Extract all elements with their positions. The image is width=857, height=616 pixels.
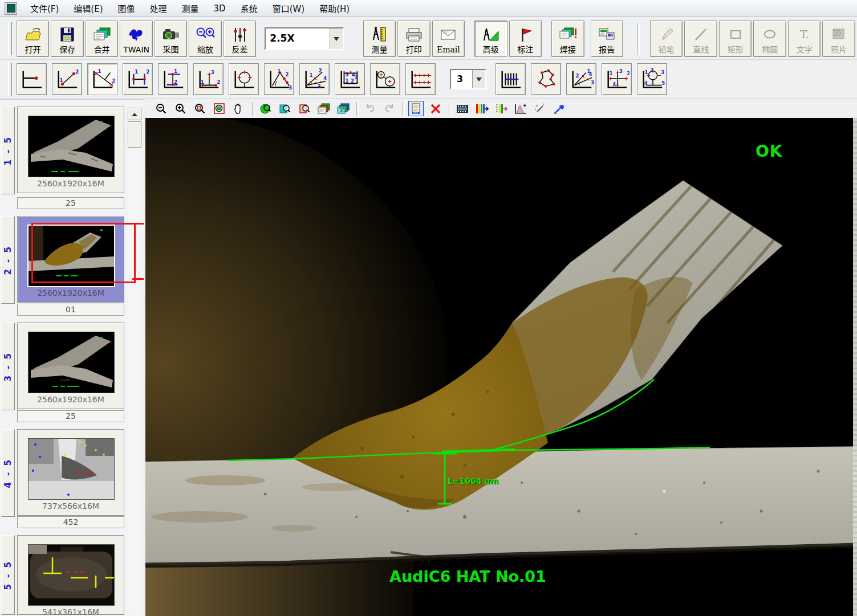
viewer-scrollbar[interactable] <box>853 118 857 616</box>
merge-button[interactable]: 合并 <box>86 21 118 57</box>
comb-lines-tool[interactable] <box>495 63 526 95</box>
angle-lines-tool[interactable]: 2143 <box>566 63 596 95</box>
svg-text:4: 4 <box>612 81 616 87</box>
pan-hand-icon[interactable] <box>231 101 246 116</box>
chevron-down-icon[interactable] <box>472 70 485 88</box>
color-channel-icon[interactable] <box>474 101 489 116</box>
menu-help[interactable]: 帮助(H) <box>312 0 357 17</box>
sidebar-index-label-4: 4 - 5 <box>1 429 15 517</box>
zoom-button[interactable]: 缩放 <box>189 21 221 57</box>
polygon-tool[interactable] <box>531 63 561 95</box>
magnification-select[interactable]: 2.5X <box>265 27 343 50</box>
copies-value: 3 <box>451 70 472 88</box>
menu-system[interactable]: 系统 <box>233 0 265 17</box>
sidebar-scrollbar[interactable] <box>128 107 141 614</box>
svg-text:5: 5 <box>661 80 665 86</box>
zoom-original-icon[interactable] <box>258 101 273 116</box>
thumbnail-panel-3[interactable]: 2560x1920x16M <box>17 323 124 409</box>
svg-text:2: 2 <box>575 73 579 79</box>
main-toolbar: 打开 保存 合并 TWAIN 采图 缩放 反差 2.5X 测量 打印 Email <box>0 18 857 60</box>
histogram-icon[interactable] <box>513 101 528 116</box>
menu-edit[interactable]: 编辑(E) <box>66 0 110 17</box>
svg-text:3: 3 <box>210 70 214 75</box>
advanced-button[interactable]: 高级 <box>474 21 507 57</box>
thumbnail-image-1[interactable] <box>28 116 115 177</box>
merge-images-icon <box>93 25 111 45</box>
scrollbar-thumb[interactable] <box>128 121 141 148</box>
menu-3d[interactable]: 3D <box>206 1 233 16</box>
zoom-in-icon[interactable] <box>173 101 188 116</box>
vertical-distance-tool[interactable]: 12 <box>158 63 188 95</box>
image-viewer-canvas[interactable]: OK L=1004 um AudiC6 HAT No.01 <box>145 118 857 616</box>
line-label: 直线 <box>693 45 709 55</box>
zoom-actual-icon[interactable] <box>192 101 208 116</box>
status-ok-annotation: OK <box>756 142 783 161</box>
weld-button[interactable]: 焊接 <box>551 21 584 57</box>
chevron-down-icon[interactable] <box>330 28 343 49</box>
twain-label: TWAIN <box>123 45 149 55</box>
copies-select[interactable]: 3 <box>450 69 486 89</box>
toolbar-separator <box>637 23 640 55</box>
measure-button[interactable]: 测量 <box>363 21 396 57</box>
circle-baseline-tool[interactable]: 21345 <box>637 63 667 95</box>
report-windows-icon <box>598 25 616 45</box>
open-button[interactable]: 打开 <box>17 21 49 57</box>
text-button: T. 文字 <box>788 21 821 57</box>
thumbnail-image-4[interactable] <box>28 438 115 500</box>
four-point-angle-tool[interactable]: 1234 <box>299 63 330 95</box>
ellipse-button: 椭圆 <box>753 21 786 57</box>
film-strip-icon[interactable] <box>454 101 470 116</box>
menu-measure[interactable]: 测量 <box>174 0 206 17</box>
duplicate-3d-icon[interactable]: 3D <box>335 101 351 116</box>
two-circle-tool[interactable] <box>370 63 400 95</box>
scroll-up-button[interactable] <box>128 108 141 120</box>
thumbnail-panel-5[interactable]: 541x361x16M <box>17 535 124 615</box>
zoom-out-icon[interactable] <box>153 101 169 116</box>
menu-file[interactable]: 文件(F) <box>23 0 66 17</box>
save-button[interactable]: 保存 <box>51 21 83 57</box>
thumbnail-panel-1[interactable]: 2560x1920x16M <box>17 107 124 193</box>
rectangle-tool[interactable]: 12345 <box>335 63 365 95</box>
thumbnail-image-3[interactable] <box>28 332 115 393</box>
report-button[interactable]: 报告 <box>591 21 623 57</box>
capture-button[interactable]: 采图 <box>155 21 187 57</box>
zoom-fit-icon[interactable] <box>277 101 293 116</box>
svg-text:2: 2 <box>627 71 629 76</box>
delete-measure-icon[interactable] <box>428 101 443 116</box>
pencil-label: 铅笔 <box>659 45 675 55</box>
email-button[interactable]: Email <box>432 21 465 57</box>
redo-icon <box>381 101 397 116</box>
two-point-line-tool[interactable]: 12 <box>52 63 82 95</box>
twain-button[interactable]: TWAIN <box>120 21 152 57</box>
print-button[interactable]: 打印 <box>397 21 430 57</box>
cross-tool[interactable]: 3124 <box>602 63 632 95</box>
magic-wand-icon[interactable] <box>532 101 547 116</box>
circle-tool[interactable] <box>229 63 259 95</box>
cross-lines-tool[interactable]: 12 <box>87 63 117 95</box>
color-sort-icon[interactable] <box>493 101 509 116</box>
zoom-region-icon[interactable] <box>212 101 227 116</box>
duplicate-image-icon[interactable] <box>316 101 331 116</box>
contrast-button[interactable]: 反差 <box>224 21 256 57</box>
svg-text:3: 3 <box>591 80 594 85</box>
horizontal-distance-tool[interactable]: 12 <box>123 63 153 95</box>
point-rows-tool[interactable] <box>405 63 436 95</box>
toolbar-separator <box>449 102 451 116</box>
menu-window[interactable]: 窗口(W) <box>265 0 312 17</box>
eyedropper-icon[interactable] <box>551 101 567 116</box>
thumbnail-caption-2: 01 <box>17 304 124 316</box>
menu-image[interactable]: 图像 <box>111 0 143 17</box>
email-envelope-icon <box>439 25 457 45</box>
contrast-label: 反差 <box>232 45 248 55</box>
thumbnail-panel-4[interactable]: 737x566x16M <box>17 429 124 516</box>
measure-list-icon[interactable]: 999 <box>408 101 424 116</box>
angle-arc-tool[interactable]: 123 <box>264 63 294 95</box>
zoom-selection-icon[interactable] <box>297 101 312 116</box>
menu-process[interactable]: 处理 <box>143 0 174 17</box>
thumbnail-image-5[interactable] <box>28 544 115 606</box>
measure-label: 测量 <box>371 45 387 55</box>
three-point-tool[interactable]: 123 <box>193 63 224 95</box>
annotate-button[interactable]: 标注 <box>509 21 542 57</box>
view-region-rectangle[interactable] <box>31 223 136 283</box>
horizontal-line-tool[interactable] <box>17 63 47 95</box>
